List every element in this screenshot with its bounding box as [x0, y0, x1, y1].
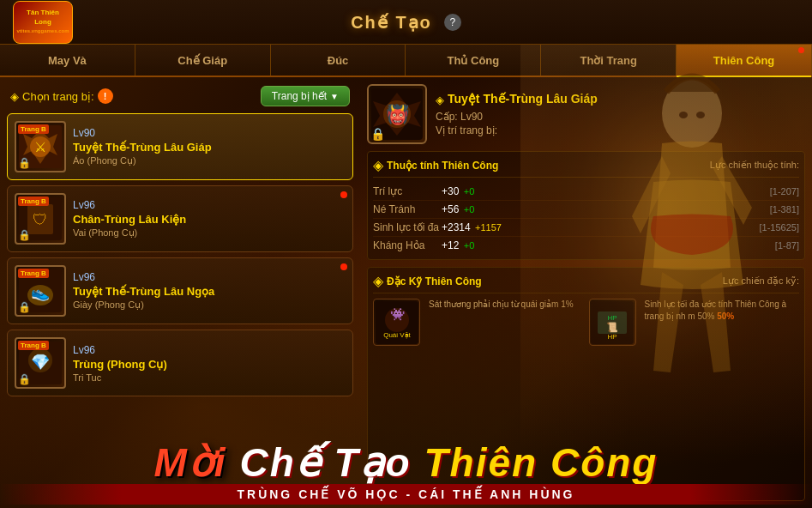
stat-range-4: [1-87] — [775, 240, 799, 251]
detail-info: ◈ Tuyệt Thế-Trùng Lâu Giáp Cấp: Lv90 Vị … — [436, 92, 805, 136]
tab-bar: May Và Chế Giáp Đúc Thủ Công Thời Trang … — [0, 45, 812, 77]
stat-row-1: Trí lực +30 +0 [1-207] — [373, 183, 799, 201]
tab-che-giap[interactable]: Chế Giáp — [135, 45, 271, 76]
tab-thoi-trang[interactable]: Thời Trang — [541, 45, 677, 76]
stats-title-bar: ◈ Thuộc tính Thiên Công Lực chiến thuộc … — [373, 157, 799, 178]
skill-items: 👾 Quái Vật Sát thương phải chịu từ quái … — [373, 299, 799, 346]
skills-subtitle: Lực chiến đặc kỹ: — [723, 275, 799, 287]
dropdown-arrow-icon: ▼ — [330, 92, 339, 101]
item-level-3: Lv96 — [73, 271, 346, 283]
warning-icon: ! — [98, 88, 113, 104]
item-info-2: Lv96 Chân-Trùng Lâu Kiện Vai (Phong Cụ) — [73, 199, 346, 239]
svg-text:Quái Vật: Quái Vật — [383, 331, 411, 339]
item-type-4: Tri Tuc — [73, 372, 346, 383]
lock-icon-4: 🔒 — [18, 373, 31, 385]
item-name-2: Chân-Trùng Lâu Kiện — [73, 213, 346, 226]
svg-text:👾: 👾 — [389, 307, 405, 322]
left-panel: ◈ Chọn trang bị: ! Trang bị hết ▼ — [0, 77, 360, 508]
svg-text:🛡: 🛡 — [33, 211, 48, 228]
item-icon-3: 👟 Trang B 🔒 — [15, 265, 66, 317]
tab-may-va[interactable]: May Và — [0, 45, 135, 76]
stat-value-2: +56 +0 — [442, 203, 510, 215]
svg-text:💎: 💎 — [31, 353, 51, 372]
stat-row-3: Sinh lực tối đa +2314 +1157 [1-15625] — [373, 219, 799, 237]
item-info-3: Lv96 Tuyệt Thế-Trùng Lâu Ngọa Giày (Phon… — [73, 271, 346, 311]
content-area: ◈ Chọn trang bị: ! Trang bị hết ▼ — [0, 77, 812, 508]
item-icon-4: 💎 Trang B 🔒 — [15, 337, 66, 389]
stat-name-2: Né Tránh — [373, 203, 442, 215]
item-type-2: Vai (Phong Cụ) — [73, 227, 346, 239]
stats-subtitle: Lực chiến thuộc tính: — [710, 160, 799, 171]
detail-level: Cấp: Lv90 — [436, 111, 805, 123]
stat-row-4: Kháng Hỏa +12 +0 [1-87] — [373, 237, 799, 254]
detail-icon: 👹 🔒 — [367, 84, 427, 144]
equipment-dropdown[interactable]: Trang bị hết ▼ — [261, 86, 350, 106]
stat-value-1: +30 +0 — [442, 185, 510, 197]
tab-thu-cong[interactable]: Thủ Công — [406, 45, 541, 76]
tab-duc[interactable]: Đúc — [271, 45, 406, 76]
lock-icon-1: 🔒 — [18, 157, 31, 169]
svg-text:⚔: ⚔ — [34, 140, 46, 154]
main-panel: Tân ThiênLongvtites.vnggames.com Chế Tạo… — [0, 0, 812, 508]
item-level-1: Lv90 — [73, 127, 346, 139]
stat-row-2: Né Tránh +56 +0 [1-381] — [373, 201, 799, 219]
detail-header: 👹 🔒 ◈ Tuyệt Thế-Trùng Lâu Giáp Cấp: Lv90… — [367, 84, 805, 144]
item-badge-2: Trang B — [18, 197, 49, 206]
help-button[interactable]: ? — [444, 14, 461, 31]
game-logo: Tân ThiênLongvtites.vnggames.com — [13, 1, 73, 44]
svg-text:HP: HP — [607, 333, 617, 341]
detail-position: Vị trí trang bị: — [436, 124, 805, 136]
stats-section: ◈ Thuộc tính Thiên Công Lực chiến thuộc … — [367, 151, 805, 260]
stat-value-3: +2314 +1157 — [442, 221, 510, 233]
title-bar: Tân ThiênLongvtites.vnggames.com Chế Tạo… — [0, 0, 812, 45]
skills-title-bar: ◈ Đặc Kỹ Thiên Công Lực chiến đặc kỹ: — [373, 273, 799, 293]
item-name-1: Tuyệt Thế-Trùng Lâu Giáp — [73, 141, 346, 154]
stat-range-1: [1-207] — [770, 186, 799, 197]
item-badge-4: Trang B — [18, 341, 49, 350]
stat-range-3: [1-15625] — [760, 222, 799, 233]
stat-name-4: Kháng Hỏa — [373, 239, 442, 251]
svg-text:👟: 👟 — [31, 283, 51, 302]
lock-icon-2: 🔒 — [18, 229, 31, 241]
skills-section: ◈ Đặc Kỹ Thiên Công Lực chiến đặc kỹ: 👾 … — [367, 267, 805, 501]
item-info-1: Lv90 Tuyệt Thế-Trùng Lâu Giáp Áo (Phong … — [73, 127, 346, 166]
skills-title: Đặc Kỹ Thiên Công — [387, 275, 482, 287]
logo-area: Tân ThiênLongvtites.vnggames.com — [0, 0, 86, 45]
svg-text:👹: 👹 — [386, 103, 410, 126]
tab-thien-cong[interactable]: Thiên Công — [677, 45, 812, 76]
skill-item-1: 👾 Quái Vật — [373, 299, 420, 346]
stat-value-4: +12 +0 — [442, 239, 510, 251]
svg-text:HP: HP — [607, 314, 617, 322]
item-icon-2: 🛡 Trang B 🔒 — [15, 193, 66, 245]
item-info-4: Lv96 Trùng (Phong Cụ) Tri Tuc — [73, 344, 346, 383]
item-name-4: Trùng (Phong Cụ) — [73, 358, 346, 371]
lock-icon-3: 🔒 — [18, 301, 31, 313]
equip-item-4[interactable]: 💎 Trang B 🔒 Lv96 Trùng (Phong Cụ) Tri Tu… — [7, 330, 353, 396]
red-dot-2 — [340, 191, 347, 198]
stat-name-3: Sinh lực tối đa — [373, 221, 442, 233]
stat-name-1: Trí lực — [373, 185, 442, 197]
equip-item-2[interactable]: 🛡 Trang B 🔒 Lv96 Chân-Trùng Lâu Kiện Vai… — [7, 185, 353, 252]
item-type-1: Áo (Phong Cụ) — [73, 155, 346, 166]
stats-title: Thuộc tính Thiên Công — [387, 160, 498, 172]
item-badge-3: Trang B — [18, 269, 49, 278]
item-icon-1: ⚔ Trang B 🔒 — [15, 121, 66, 172]
item-level-4: Lv96 — [73, 344, 346, 356]
detail-name: Tuyệt Thế-Trùng Lâu Giáp — [448, 92, 598, 106]
item-badge-1: Trang B — [18, 124, 49, 134]
red-dot-3 — [340, 263, 347, 270]
equip-item-1[interactable]: ⚔ Trang B 🔒 Lv90 Tuyệt Thế-Trùng Lâu Giá… — [7, 113, 353, 180]
right-panel: 👹 🔒 ◈ Tuyệt Thế-Trùng Lâu Giáp Cấp: Lv90… — [360, 77, 812, 508]
equip-label: ◈ Chọn trang bị: ! — [10, 88, 113, 104]
skill-item-2: HP 📜 HP — [589, 299, 636, 346]
item-type-3: Giày (Phong Cụ) — [73, 299, 346, 311]
stat-range-2: [1-381] — [770, 204, 799, 215]
skill-desc-2: Sinh lực tối đa ước tính Thiên Công à tr… — [641, 299, 800, 346]
item-name-3: Tuyệt Thế-Trùng Lâu Ngọa — [73, 285, 346, 298]
window-title: Chế Tạo — [351, 12, 432, 33]
equip-item-3[interactable]: 👟 Trang B 🔒 Lv96 Tuyệt Thế-Trùng Lâu Ngọ… — [7, 257, 353, 324]
equipment-header: ◈ Chọn trang bị: ! Trang bị hết ▼ — [7, 84, 353, 108]
svg-text:📜: 📜 — [606, 321, 618, 333]
item-level-2: Lv96 — [73, 199, 346, 211]
skill-desc-1: Sát thương phải chịu từ quái giảm 1% — [425, 299, 584, 346]
